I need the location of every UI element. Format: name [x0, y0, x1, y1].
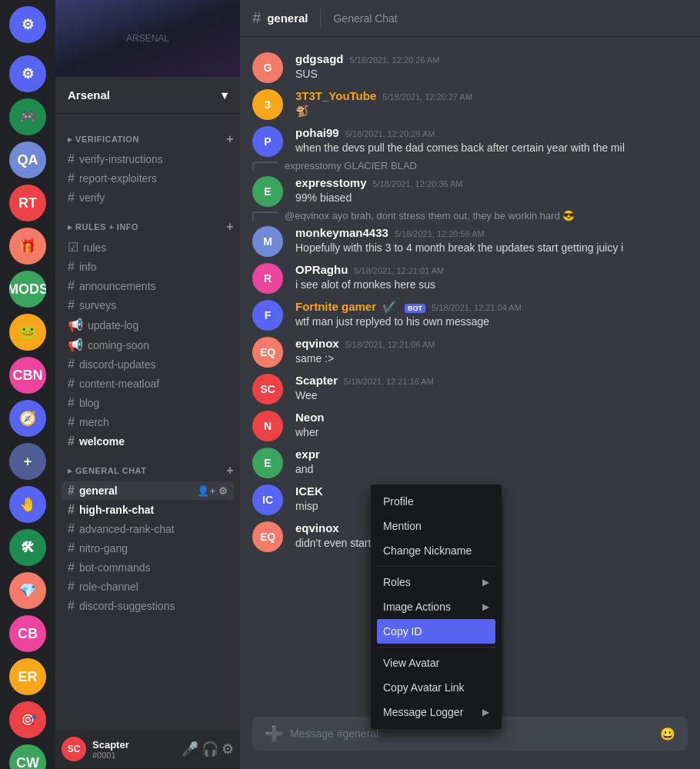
message-username[interactable]: 3T3T_YouTube: [295, 89, 376, 102]
avatar[interactable]: E: [252, 448, 283, 478]
attach-icon[interactable]: ➕: [265, 724, 284, 743]
avatar[interactable]: EQ: [252, 337, 283, 368]
context-menu-item-message-logger[interactable]: Message Logger▶: [377, 700, 495, 724]
avatar[interactable]: M: [252, 226, 283, 257]
channel-item-merch[interactable]: #merch: [62, 413, 234, 431]
message-input[interactable]: [290, 727, 654, 740]
context-menu-item-change-nickname[interactable]: Change Nickname: [377, 538, 495, 563]
avatar[interactable]: E: [252, 176, 283, 207]
microphone-icon[interactable]: 🎤: [182, 741, 198, 757]
channel-item-blog[interactable]: #blog: [62, 394, 234, 412]
channel-item-high-rank-chat[interactable]: #high-rank-chat: [62, 501, 234, 519]
server-icon-7[interactable]: CBN: [9, 357, 46, 394]
channel-item-role-channel[interactable]: #role-channel: [62, 578, 234, 596]
emoji-icon[interactable]: 😀: [660, 727, 675, 741]
avatar[interactable]: EQ: [252, 521, 283, 552]
channel-item-coming-soon[interactable]: 📢coming-soon: [62, 335, 234, 355]
message-username[interactable]: eqvinox: [295, 337, 339, 350]
server-icon-13[interactable]: CB: [9, 615, 46, 652]
channel-item-verify[interactable]: #verify: [62, 188, 234, 207]
server-icon-1[interactable]: 🎮: [9, 98, 46, 135]
table-row: 3 3T3T_YouTube 5/18/2021, 12:20:27 AM 🐒: [240, 86, 700, 123]
channel-item-discord-updates[interactable]: #discord-updates: [62, 355, 234, 374]
channel-item-surveys[interactable]: #surveys: [62, 296, 234, 315]
message-username[interactable]: Fortnite gamer: [295, 300, 376, 313]
server-icon-5[interactable]: MODS: [9, 271, 46, 308]
message-header: Fortnite gamer ✔️BOT 5/18/2021, 12:21:04…: [295, 300, 688, 313]
server-icon-12[interactable]: 💎: [9, 572, 46, 609]
server-icon-4[interactable]: 🎁: [9, 228, 46, 265]
channel-item-general[interactable]: #general 👤+ ⚙: [62, 481, 234, 500]
channel-item-bot-commands[interactable]: #bot-commands: [62, 558, 234, 577]
message-username[interactable]: pohai99: [295, 126, 339, 139]
channel-item-advanced-rank-chat[interactable]: #advanced-rank-chat: [62, 520, 234, 538]
headphones-icon[interactable]: 🎧: [202, 741, 218, 757]
add-channel-icon[interactable]: +: [226, 464, 234, 478]
sidebar-user-info: Scapter #0001: [92, 739, 175, 760]
settings-channel-icon[interactable]: ⚙: [218, 485, 228, 497]
server-icon-0[interactable]: ⚙: [9, 55, 46, 92]
message-username[interactable]: expresstomy: [295, 176, 367, 189]
message-username[interactable]: monkeyman4433: [295, 226, 388, 239]
channel-item-update-log[interactable]: 📢update-log: [62, 315, 234, 335]
channel-item-discord-suggestions[interactable]: #discord-suggestions: [62, 597, 234, 615]
settings-icon[interactable]: ⚙: [222, 741, 234, 757]
server-icon-15[interactable]: 🎯: [9, 701, 46, 738]
channel-item-verify-instructions[interactable]: #verify-instructions: [62, 150, 234, 168]
message-username[interactable]: gdgsagd: [295, 52, 344, 65]
context-menu-item-copy-id[interactable]: Copy ID: [377, 619, 495, 644]
message-username[interactable]: expr: [295, 448, 320, 461]
context-menu-item-mention[interactable]: Mention: [377, 514, 495, 538]
server-icon-6[interactable]: 🐸: [9, 314, 46, 351]
message-content: Neon wher: [295, 411, 688, 441]
avatar[interactable]: N: [252, 411, 283, 441]
server-icon-11[interactable]: 🛠: [9, 529, 46, 566]
server-icon-10[interactable]: 🤚: [9, 486, 46, 523]
add-member-icon[interactable]: 👤+: [197, 485, 215, 497]
context-menu-item-image-actions[interactable]: Image Actions▶: [377, 594, 495, 619]
server-icon-9[interactable]: +: [9, 443, 46, 480]
server-header[interactable]: Arsenal ▾: [55, 77, 240, 114]
avatar[interactable]: F: [252, 300, 283, 331]
channel-item-welcome[interactable]: #welcome: [62, 432, 234, 451]
server-icon-14[interactable]: ER: [9, 658, 46, 695]
channel-item-rules[interactable]: ☑rules: [62, 238, 234, 257]
context-menu-label: Image Actions: [383, 601, 451, 613]
message-username[interactable]: Neon: [295, 411, 325, 424]
message-text: and: [295, 462, 688, 478]
discord-home-icon[interactable]: ⚙: [9, 6, 46, 43]
server-icon-2[interactable]: QA: [9, 141, 46, 178]
context-menu-item-profile[interactable]: Profile: [377, 489, 495, 514]
message-username[interactable]: OPRaghu: [295, 263, 348, 276]
category-header-RULES + INFO[interactable]: ▸ RULES + INFO+: [55, 208, 240, 237]
message-username[interactable]: ICEK: [295, 484, 323, 498]
channel-name-label: content-meatloaf: [79, 378, 159, 390]
context-menu-item-view-avatar[interactable]: View Avatar: [377, 651, 495, 675]
server-icon-16[interactable]: CW: [9, 744, 46, 769]
context-menu-item-roles[interactable]: Roles▶: [377, 570, 495, 594]
server-icon-3[interactable]: RT: [9, 185, 46, 221]
message-username[interactable]: eqvinox: [295, 521, 339, 534]
avatar[interactable]: SC: [252, 374, 283, 404]
channel-item-report-exploiters[interactable]: #report-exploiters: [62, 169, 234, 188]
category-header-GENERAL CHAT[interactable]: ▸ GENERAL CHAT+: [55, 451, 240, 481]
table-row: E expresstomy 5/18/2021, 12:20:36 AM 99%…: [240, 173, 700, 210]
category-header-VERIFICATION[interactable]: ▸ VERIFICATION+: [55, 120, 240, 149]
message-header: monkeyman4433 5/18/2021, 12:20:56 AM: [295, 226, 688, 239]
channel-item-content-meatloaf[interactable]: #content-meatloaf: [62, 375, 234, 393]
server-icon-8[interactable]: 🧭: [9, 400, 46, 437]
add-channel-icon[interactable]: +: [226, 132, 234, 146]
channel-type-icon: #: [68, 580, 75, 594]
channel-item-announcements[interactable]: #announcements: [62, 277, 234, 295]
context-menu-item-copy-avatar-link[interactable]: Copy Avatar Link: [377, 675, 495, 700]
channel-item-info[interactable]: #info: [62, 258, 234, 276]
channel-item-nitro-gang[interactable]: #nitro-gang: [62, 539, 234, 558]
avatar[interactable]: G: [252, 52, 283, 83]
message-content: eqvinox 5/18/2021, 12:21:06 AM same :>: [295, 337, 688, 367]
avatar[interactable]: P: [252, 126, 283, 157]
avatar[interactable]: 3: [252, 89, 283, 120]
message-username[interactable]: Scapter: [295, 374, 338, 387]
add-channel-icon[interactable]: +: [226, 220, 234, 234]
avatar[interactable]: IC: [252, 484, 283, 515]
avatar[interactable]: R: [252, 263, 283, 294]
